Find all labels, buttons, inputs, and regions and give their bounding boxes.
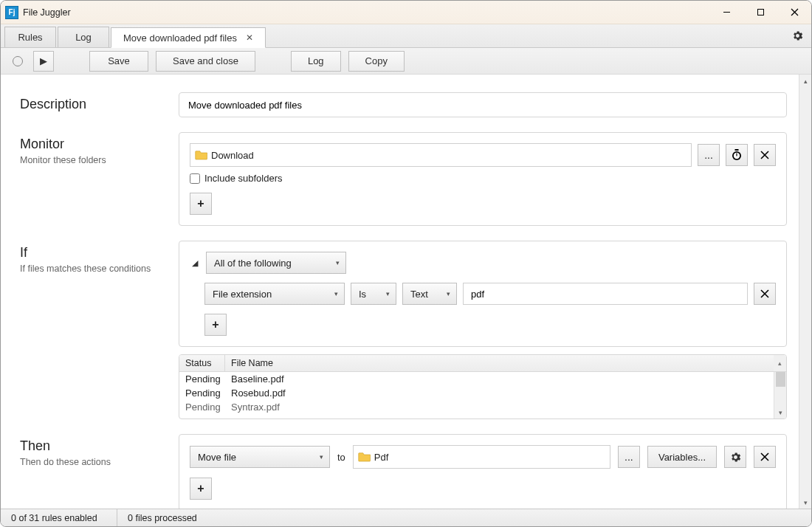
col-filename-header[interactable]: File Name bbox=[225, 355, 774, 371]
minimize-button[interactable] bbox=[709, 1, 743, 24]
monitor-folder-input[interactable]: Download bbox=[190, 143, 692, 167]
section-if: If If files matches these conditions ◢ A… bbox=[20, 241, 787, 419]
col-status-header[interactable]: Status bbox=[179, 355, 225, 371]
chevron-down-icon: ▾ bbox=[336, 259, 340, 266]
browse-dest-button[interactable]: ... bbox=[618, 446, 640, 468]
matches-scrollbar[interactable]: ▾ bbox=[774, 372, 786, 418]
settings-button[interactable] bbox=[791, 30, 804, 44]
close-icon bbox=[760, 289, 769, 298]
scroll-up-icon[interactable]: ▴ bbox=[799, 75, 811, 87]
to-label: to bbox=[337, 452, 345, 463]
save-and-close-button[interactable]: Save and close bbox=[156, 51, 255, 72]
window-controls bbox=[709, 1, 811, 24]
enable-rule-radio[interactable] bbox=[13, 56, 23, 66]
svg-rect-4 bbox=[735, 149, 739, 151]
match-row[interactable]: Pending Baseline.pdf bbox=[179, 372, 786, 386]
content-area: Description Monitor Monitor these folder… bbox=[1, 75, 811, 509]
match-filename: Baseline.pdf bbox=[225, 372, 786, 386]
match-row[interactable]: Pending Rosebud.pdf bbox=[179, 386, 786, 400]
if-panel: ◢ All of the following ▾ File extension … bbox=[179, 241, 787, 347]
monitor-subheading: Monitor these folders bbox=[20, 155, 179, 165]
condition-field-dropdown[interactable]: File extension ▾ bbox=[204, 283, 345, 305]
condition-op-label: Is bbox=[359, 289, 366, 300]
collapse-icon[interactable]: ◢ bbox=[190, 258, 200, 268]
group-mode-dropdown[interactable]: All of the following ▾ bbox=[206, 252, 346, 274]
condition-field-label: File extension bbox=[213, 289, 272, 300]
monitor-panel: Download ... Include s bbox=[179, 132, 787, 226]
main-scrollbar[interactable]: ▴ ▾ bbox=[799, 75, 811, 509]
svg-rect-7 bbox=[736, 154, 737, 156]
variables-button[interactable]: Variables... bbox=[647, 446, 717, 468]
close-button[interactable] bbox=[777, 1, 811, 24]
match-filename: Rosebud.pdf bbox=[225, 386, 786, 400]
scroll-down-icon[interactable]: ▾ bbox=[799, 496, 811, 509]
close-icon bbox=[760, 452, 769, 461]
match-status: Pending bbox=[179, 372, 225, 386]
monitor-heading: Monitor bbox=[20, 137, 179, 152]
scrollbar-thumb[interactable] bbox=[776, 372, 785, 387]
stopwatch-icon bbox=[732, 149, 742, 161]
dest-folder-name: Pdf bbox=[374, 452, 389, 463]
close-icon bbox=[760, 151, 769, 159]
tab-log[interactable]: Log bbox=[58, 27, 109, 47]
browse-folder-button[interactable]: ... bbox=[698, 144, 720, 166]
condition-value-input[interactable] bbox=[463, 283, 748, 305]
condition-type-label: Text bbox=[410, 289, 428, 300]
remove-condition-button[interactable] bbox=[754, 283, 776, 305]
condition-type-dropdown[interactable]: Text ▾ bbox=[402, 283, 457, 305]
status-files: 0 files processed bbox=[117, 509, 207, 526]
match-filename: Syntrax.pdf bbox=[225, 400, 786, 414]
maximize-button[interactable] bbox=[743, 1, 777, 24]
save-button[interactable]: Save bbox=[89, 51, 148, 72]
log-button[interactable]: Log bbox=[291, 51, 341, 72]
run-button[interactable]: ▶ bbox=[33, 51, 54, 72]
if-subheading: If files matches these conditions bbox=[20, 264, 179, 274]
description-heading: Description bbox=[20, 97, 179, 112]
tab-close-icon[interactable]: ✕ bbox=[246, 32, 253, 43]
match-row[interactable]: Pending Syntrax.pdf bbox=[179, 400, 786, 414]
dest-folder-input[interactable]: Pdf bbox=[353, 445, 610, 469]
add-monitor-button[interactable]: + bbox=[190, 193, 212, 215]
chevron-down-icon: ▾ bbox=[334, 290, 338, 297]
section-monitor: Monitor Monitor these folders Download .… bbox=[20, 132, 787, 226]
svg-rect-1 bbox=[757, 10, 763, 16]
tabstrip: Rules Log Move downloaded pdf files ✕ bbox=[1, 24, 811, 48]
condition-op-dropdown[interactable]: Is ▾ bbox=[351, 283, 396, 305]
app-icon: Fj bbox=[5, 6, 18, 19]
include-subfolders-row[interactable]: Include subfolders bbox=[190, 173, 776, 184]
tab-label: Move downloaded pdf files bbox=[123, 32, 237, 44]
statusbar: 0 of 31 rules enabled 0 files processed bbox=[1, 509, 811, 526]
tab-rule-editor[interactable]: Move downloaded pdf files ✕ bbox=[111, 27, 266, 48]
then-subheading: Then do these actions bbox=[20, 457, 179, 467]
folder-icon bbox=[195, 150, 208, 160]
app-window: Fj File Juggler Rules Log Move downloade… bbox=[0, 0, 812, 527]
app-title: File Juggler bbox=[23, 7, 71, 18]
action-settings-button[interactable] bbox=[724, 446, 746, 468]
add-condition-button[interactable]: + bbox=[204, 314, 227, 336]
folder-icon bbox=[358, 452, 371, 462]
remove-action-button[interactable] bbox=[754, 446, 776, 468]
gear-icon bbox=[729, 451, 742, 464]
group-mode-label: All of the following bbox=[214, 258, 292, 269]
matches-scroll-up[interactable]: ▴ bbox=[774, 355, 786, 371]
action-dropdown[interactable]: Move file ▾ bbox=[190, 446, 330, 468]
matches-body[interactable]: Pending Baseline.pdf Pending Rosebud.pdf… bbox=[179, 372, 786, 418]
remove-monitor-button[interactable] bbox=[754, 144, 776, 166]
include-subfolders-checkbox[interactable] bbox=[190, 173, 200, 184]
play-icon: ▶ bbox=[40, 55, 47, 66]
add-action-button[interactable]: + bbox=[190, 478, 212, 500]
action-label: Move file bbox=[198, 452, 236, 463]
section-description: Description bbox=[20, 92, 787, 117]
description-input[interactable] bbox=[179, 92, 787, 117]
match-status: Pending bbox=[179, 386, 225, 400]
then-heading: Then bbox=[20, 438, 179, 454]
status-rules: 0 of 31 rules enabled bbox=[1, 509, 117, 526]
tab-rules[interactable]: Rules bbox=[4, 27, 56, 47]
schedule-button[interactable] bbox=[726, 144, 748, 166]
matches-scroll-down[interactable]: ▾ bbox=[774, 406, 786, 418]
section-then: Then Then do these actions Move file ▾ t… bbox=[20, 434, 787, 509]
toolbar: ▶ Save Save and close Log Copy bbox=[1, 48, 811, 75]
copy-button[interactable]: Copy bbox=[348, 51, 405, 72]
rule-editor: Description Monitor Monitor these folder… bbox=[1, 75, 799, 509]
matches-table: Status File Name ▴ Pending Baseline.pdf … bbox=[179, 354, 787, 419]
